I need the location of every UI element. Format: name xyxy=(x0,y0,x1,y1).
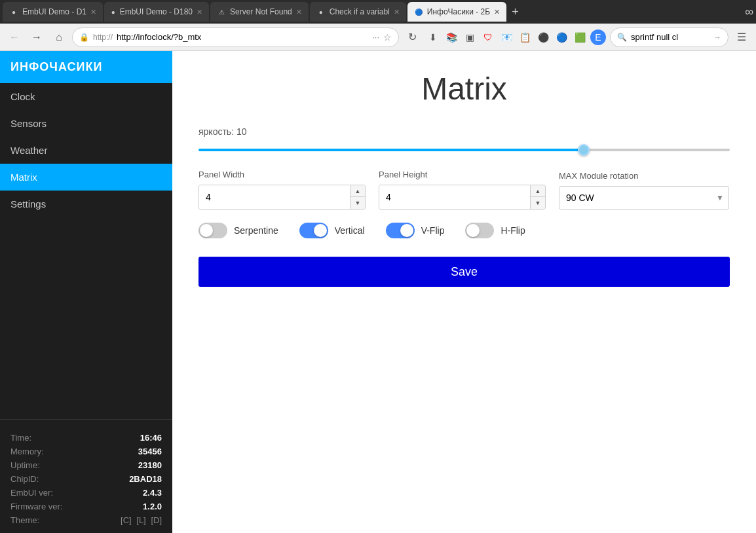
library-icon[interactable]: 📚 xyxy=(444,29,459,45)
tab-favicon-2: ● xyxy=(111,7,116,16)
tab-favicon-1: ● xyxy=(9,7,18,16)
sidebar-item-weather[interactable]: Weather xyxy=(0,137,172,164)
toggles-row: Serpentine Vertical V-Flip xyxy=(198,223,730,238)
theme-label: Theme: xyxy=(10,515,39,525)
panel-width-up[interactable]: ▲ xyxy=(350,185,365,197)
panel-width-input-wrap: ▲ ▼ xyxy=(198,185,366,210)
ext3-icon[interactable]: ⚫ xyxy=(535,29,551,45)
vflip-label: V-Flip xyxy=(421,225,445,236)
sidebar-item-matrix[interactable]: Matrix xyxy=(0,164,172,191)
sidebar-item-weather-label: Weather xyxy=(10,145,47,156)
address-options[interactable]: ··· xyxy=(372,32,379,42)
sidebar-stats: Time: 16:46 Memory: 35456 Uptime: 23180 … xyxy=(0,425,172,533)
panel-width-input[interactable] xyxy=(199,185,350,209)
tab-label-3: Server Not Found xyxy=(230,7,292,16)
tab-label-2: EmbUI Demo - D180 xyxy=(120,7,193,16)
serpentine-toggle[interactable] xyxy=(198,223,227,238)
ext1-icon[interactable]: 📧 xyxy=(499,29,514,45)
tab-close-4[interactable]: ✕ xyxy=(394,8,400,16)
sidebar-item-sensors[interactable]: Sensors xyxy=(0,110,172,137)
main-content: Matrix яркость: 10 Panel Width ▲ ▼ Panel… xyxy=(172,51,756,533)
save-button[interactable]: Save xyxy=(198,257,730,287)
vertical-label: Vertical xyxy=(335,225,365,236)
brightness-slider[interactable] xyxy=(198,149,730,151)
ext2-icon[interactable]: 📋 xyxy=(517,29,533,45)
nav-bar: ← → ⌂ 🔒 http:// ··· ☆ ↻ ⬇ 📚 ▣ 🛡 📧 📋 ⚫ 🔵 … xyxy=(0,24,756,51)
tab-2[interactable]: ● EmbUI Demo - D180 ✕ xyxy=(104,2,209,22)
stat-row-chipid: ChipID: 2BAD18 xyxy=(10,474,162,484)
tab-3[interactable]: ⚠ Server Not Found ✕ xyxy=(210,2,309,22)
vertical-toggle[interactable] xyxy=(299,223,328,238)
rotation-select[interactable]: 0 90 CW 180 270 CW xyxy=(559,186,729,210)
ext6-icon[interactable]: E xyxy=(590,29,606,45)
ublock-icon[interactable]: 🛡 xyxy=(480,29,496,45)
vflip-toggle[interactable] xyxy=(386,223,415,238)
theme-c-link[interactable]: [C] xyxy=(121,515,132,525)
panel-width-group: Panel Width ▲ ▼ xyxy=(198,170,366,210)
address-bar: 🔒 http:// ··· ☆ xyxy=(72,28,399,47)
stat-row-firmware: Firmware ver: 1.2.0 xyxy=(10,502,162,511)
tab-favicon-4: ● xyxy=(316,7,326,16)
bookmark-icon[interactable]: ☆ xyxy=(383,32,392,43)
tab-1[interactable]: ● EmbUI Demo - D1 ✕ xyxy=(3,2,103,22)
time-label: Time: xyxy=(10,433,31,443)
sidebar-item-clock[interactable]: Clock xyxy=(0,83,172,110)
embui-value: 2.4.3 xyxy=(143,488,162,498)
theme-l-link[interactable]: [L] xyxy=(136,515,145,525)
search-forward-icon[interactable]: → xyxy=(713,33,721,42)
tab-favicon-5: 🔵 xyxy=(414,7,423,16)
tab-5[interactable]: 🔵 ИнфоЧасики - 2Б ✕ xyxy=(407,2,506,22)
panel-height-spinner: ▲ ▼ xyxy=(530,185,545,209)
forward-button[interactable]: → xyxy=(28,28,46,46)
panel-height-down[interactable]: ▼ xyxy=(531,197,545,209)
panel-width-label: Panel Width xyxy=(198,170,366,179)
memory-value: 35456 xyxy=(138,447,162,456)
uptime-value: 23180 xyxy=(138,460,162,470)
hflip-label: H-Flip xyxy=(501,225,525,236)
download-icon[interactable]: ⬇ xyxy=(425,29,441,45)
sidebar-item-settings[interactable]: Settings xyxy=(0,191,172,217)
sidebar-item-matrix-label: Matrix xyxy=(10,172,37,183)
stat-row-memory: Memory: 35456 xyxy=(10,447,162,456)
page-layout: ИНФОЧАСИКИ Clock Sensors Weather Matrix … xyxy=(0,51,756,533)
theme-d-link[interactable]: [D] xyxy=(151,515,162,525)
tab-label-1: EmbUI Demo - D1 xyxy=(22,7,86,16)
infinity-icon[interactable]: ∞ xyxy=(745,5,753,19)
theme-row: Theme: [C] [L] [D] xyxy=(10,515,162,525)
reload-button[interactable]: ↻ xyxy=(403,28,421,46)
window-icon[interactable]: ▣ xyxy=(462,29,478,45)
tab-close-3[interactable]: ✕ xyxy=(296,8,302,16)
hflip-toggle[interactable] xyxy=(465,223,494,238)
address-input[interactable] xyxy=(117,32,368,42)
uptime-label: Uptime: xyxy=(10,460,40,470)
ext5-icon[interactable]: 🟩 xyxy=(572,29,588,45)
stat-row-embui: EmbUI ver: 2.4.3 xyxy=(10,488,162,498)
sidebar-item-clock-label: Clock xyxy=(10,91,35,102)
menu-button[interactable]: ☰ xyxy=(732,28,751,46)
panel-height-up[interactable]: ▲ xyxy=(531,185,545,197)
rotation-select-wrap: 0 90 CW 180 270 CW ▼ xyxy=(559,186,729,210)
tab-close-1[interactable]: ✕ xyxy=(90,8,96,16)
tab-close-2[interactable]: ✕ xyxy=(197,8,202,16)
panel-width-down[interactable]: ▼ xyxy=(350,197,365,209)
tab-label-4: Check if a variabl xyxy=(330,7,390,16)
theme-links: [C] [L] [D] xyxy=(118,515,162,525)
home-button[interactable]: ⌂ xyxy=(50,28,68,46)
stat-row-time: Time: 16:46 xyxy=(10,433,162,443)
rotation-label: MAX Module rotation xyxy=(559,171,729,181)
toggle-vflip: V-Flip xyxy=(386,223,445,238)
new-tab-button[interactable]: + xyxy=(508,5,523,19)
panel-height-label: Panel Height xyxy=(379,170,546,179)
memory-label: Memory: xyxy=(10,447,44,456)
panel-width-spinner: ▲ ▼ xyxy=(350,185,365,209)
ext4-icon[interactable]: 🔵 xyxy=(554,29,569,45)
panel-height-group: Panel Height ▲ ▼ xyxy=(379,170,546,210)
back-button[interactable]: ← xyxy=(5,28,24,46)
search-input[interactable] xyxy=(631,32,709,42)
tab-close-5[interactable]: ✕ xyxy=(494,8,500,16)
sidebar-nav: Clock Sensors Weather Matrix Settings xyxy=(0,83,172,414)
slider-container xyxy=(198,142,730,154)
tab-4[interactable]: ● Check if a variabl ✕ xyxy=(310,2,406,22)
sidebar: ИНФОЧАСИКИ Clock Sensors Weather Matrix … xyxy=(0,51,172,533)
panel-height-input[interactable] xyxy=(379,185,530,209)
